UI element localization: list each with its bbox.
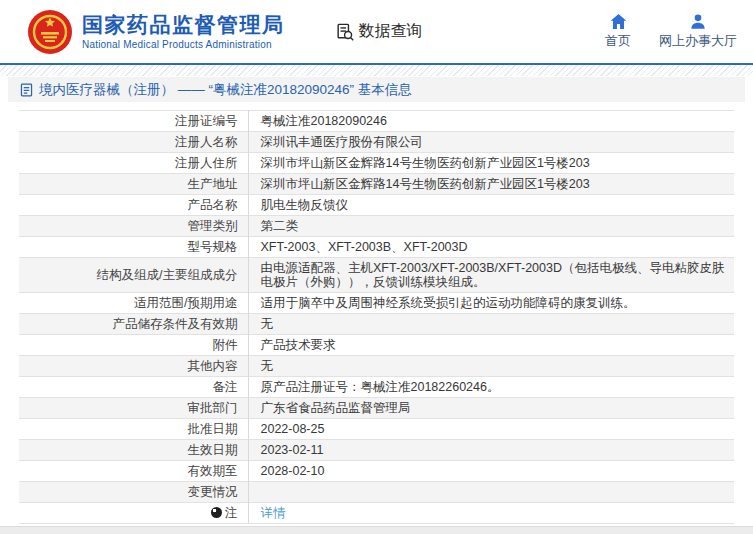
table-row: 有效期至2028-02-10 [19,461,734,482]
field-value: 详情 [248,503,734,524]
header-links: 首页 网上办事大厅 [605,14,737,50]
field-value: 由电源适配器、主机XFT-2003/XFT-2003B/XFT-2003D（包括… [248,258,734,293]
field-value: 第二类 [248,216,734,237]
field-label: 管理类别 [19,216,248,237]
info-table: 注册证编号粤械注准20182090246注册人名称深圳讯丰通医疗股份有限公司注册… [19,110,734,524]
field-value [248,482,734,503]
field-value: 广东省食品药品监督管理局 [248,398,734,419]
nav-data-query[interactable]: 数据查询 [335,21,423,42]
field-label: 批准日期 [19,419,248,440]
field-label: 备注 [19,377,248,398]
field-value: XFT-2003、XFT-2003B、XFT-2003D [248,237,734,258]
field-value: 深圳讯丰通医疗股份有限公司 [248,132,734,153]
table-row: 产品储存条件及有效期无 [19,314,734,335]
note-icon [211,507,222,518]
details-link[interactable]: 详情 [261,506,286,520]
table-row: 适用范围/预期用途适用于脑卒中及周围神经系统受损引起的运动功能障碍的康复训练。 [19,293,734,314]
table-row: 注详情 [19,503,734,524]
field-value: 适用于脑卒中及周围神经系统受损引起的运动功能障碍的康复训练。 [248,293,734,314]
field-label: 注册人名称 [19,132,248,153]
field-label: 注册人住所 [19,153,248,174]
user-icon [690,14,706,29]
field-label: 适用范围/预期用途 [19,293,248,314]
agency-name-en: National Medical Products Administration [82,39,285,50]
nmpa-emblem-logo [27,9,73,55]
table-row: 附件产品技术要求 [19,335,734,356]
table-row: 变更情况 [19,482,734,503]
field-value: 粤械注准20182090246 [248,111,734,132]
table-row: 生效日期2023-02-11 [19,440,734,461]
field-value: 深圳市坪山新区金辉路14号生物医药创新产业园区1号楼203 [248,153,734,174]
field-label: 注册证编号 [19,111,248,132]
field-label: 产品储存条件及有效期 [19,314,248,335]
document-icon [20,83,33,97]
table-row: 批准日期2022-08-25 [19,419,734,440]
table-row: 审批部门广东省食品药品监督管理局 [19,398,734,419]
field-label: 审批部门 [19,398,248,419]
table-row: 管理类别第二类 [19,216,734,237]
hatch-divider [0,65,753,76]
site-header: 国家药品监督管理局 National Medical Products Admi… [0,0,753,63]
info-table-body: 注册证编号粤械注准20182090246注册人名称深圳讯丰通医疗股份有限公司注册… [19,111,734,524]
field-value: 2023-02-11 [248,440,734,461]
table-row: 注册证编号粤械注准20182090246 [19,111,734,132]
footer-strip [0,526,753,534]
data-search-icon [335,22,354,41]
page-title-bar: 境内医疗器械（注册） —— “粤械注准20182090246” 基本信息 [8,77,745,102]
field-label: 生产地址 [19,174,248,195]
field-value: 深圳市坪山新区金辉路14号生物医药创新产业园区1号楼203 [248,174,734,195]
field-label: 有效期至 [19,461,248,482]
field-value: 肌电生物反馈仪 [248,195,734,216]
field-value: 原产品注册证号：粤械注准20182260246。 [248,377,734,398]
field-value: 无 [248,314,734,335]
table-row: 备注原产品注册证号：粤械注准20182260246。 [19,377,734,398]
field-label: 附件 [19,335,248,356]
table-row: 其他内容无 [19,356,734,377]
page-title: 境内医疗器械（注册） —— “粤械注准20182090246” 基本信息 [39,81,412,99]
field-value: 2022-08-25 [248,419,734,440]
info-table-wrap: 注册证编号粤械注准20182090246注册人名称深圳讯丰通医疗股份有限公司注册… [19,110,734,524]
service-hall-link[interactable]: 网上办事大厅 [659,14,737,50]
home-link[interactable]: 首页 [605,14,631,50]
field-label: 产品名称 [19,195,248,216]
table-row: 产品名称肌电生物反馈仪 [19,195,734,216]
field-label: 变更情况 [19,482,248,503]
home-link-label: 首页 [605,32,631,50]
agency-title-block: 国家药品监督管理局 National Medical Products Admi… [82,13,285,50]
field-value: 2028-02-10 [248,461,734,482]
table-row: 结构及组成/主要组成成分由电源适配器、主机XFT-2003/XFT-2003B/… [19,258,734,293]
table-row: 注册人住所深圳市坪山新区金辉路14号生物医药创新产业园区1号楼203 [19,153,734,174]
field-label: 其他内容 [19,356,248,377]
field-value: 无 [248,356,734,377]
home-icon [610,14,627,29]
field-label: 注 [19,503,248,524]
table-row: 型号规格XFT-2003、XFT-2003B、XFT-2003D [19,237,734,258]
field-value: 产品技术要求 [248,335,734,356]
field-label: 生效日期 [19,440,248,461]
service-hall-link-label: 网上办事大厅 [659,32,737,50]
table-row: 注册人名称深圳讯丰通医疗股份有限公司 [19,132,734,153]
field-label: 结构及组成/主要组成成分 [19,258,248,293]
table-row: 生产地址深圳市坪山新区金辉路14号生物医药创新产业园区1号楼203 [19,174,734,195]
field-label: 型号规格 [19,237,248,258]
agency-name-cn: 国家药品监督管理局 [82,13,285,37]
nav-data-query-label: 数据查询 [359,21,423,42]
